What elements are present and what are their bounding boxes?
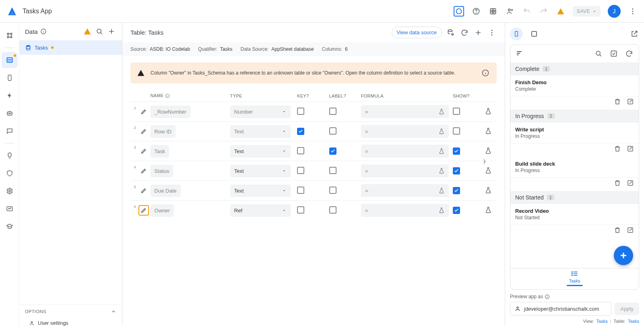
deploy-check-icon[interactable] <box>454 6 464 17</box>
table-link[interactable]: Tasks <box>628 319 639 324</box>
flask-icon[interactable] <box>485 206 497 215</box>
group-header[interactable]: In Progress2 <box>510 110 639 123</box>
formula-input[interactable]: = <box>361 145 449 158</box>
add-column-icon[interactable] <box>473 28 483 37</box>
checkbox[interactable] <box>453 187 460 194</box>
edit-icon[interactable] <box>627 98 634 106</box>
rail-settings-icon[interactable] <box>2 183 18 199</box>
undo-icon[interactable] <box>522 6 532 16</box>
checkbox[interactable] <box>329 167 336 174</box>
checkbox[interactable] <box>297 187 304 194</box>
rail-home-icon[interactable] <box>2 27 18 44</box>
flask-icon[interactable] <box>485 187 497 195</box>
edit-column-button[interactable] <box>138 106 149 117</box>
group-header[interactable]: Complete1 <box>510 62 639 75</box>
formula-input[interactable]: = <box>361 125 449 138</box>
list-item[interactable]: Finish DemoComplete <box>510 75 639 110</box>
grid-icon[interactable] <box>488 6 498 16</box>
warning-icon[interactable] <box>556 6 566 16</box>
search-icon[interactable] <box>95 27 104 36</box>
rail-intelligence-icon[interactable] <box>2 147 18 164</box>
data-settings-icon[interactable] <box>446 28 456 37</box>
refresh-icon[interactable] <box>624 49 634 58</box>
column-type-select[interactable]: Number <box>230 106 291 118</box>
formula-input[interactable]: = <box>361 164 449 177</box>
user-settings-item[interactable]: User settings <box>19 318 122 326</box>
rail-monitor-icon[interactable] <box>2 201 18 217</box>
device-tablet-icon[interactable] <box>528 27 541 40</box>
flask-icon[interactable] <box>485 108 497 116</box>
formula-input[interactable]: = <box>361 105 449 118</box>
rail-views-icon[interactable] <box>2 70 18 86</box>
select-icon[interactable] <box>609 49 619 58</box>
delete-icon[interactable] <box>614 226 621 235</box>
apply-button[interactable]: Apply <box>615 303 639 315</box>
info-icon[interactable] <box>545 294 550 299</box>
group-header[interactable]: Not Started1 <box>510 191 639 204</box>
edit-column-button[interactable] <box>138 185 149 196</box>
checkbox[interactable] <box>329 187 336 194</box>
rail-bot-icon[interactable] <box>2 105 18 121</box>
checkbox[interactable] <box>297 167 304 174</box>
edit-column-button[interactable] <box>138 146 149 156</box>
column-type-select[interactable]: Text <box>230 125 291 138</box>
options-toggle[interactable]: OPTIONS <box>19 304 122 318</box>
rail-security-icon[interactable] <box>2 165 18 181</box>
column-name-input[interactable]: Status <box>151 165 173 177</box>
more-vert-icon[interactable] <box>628 6 638 16</box>
rail-chat-icon[interactable] <box>2 123 18 139</box>
edit-column-button[interactable] <box>138 205 149 216</box>
save-button[interactable]: SAVE <box>573 6 601 17</box>
info-icon[interactable] <box>481 68 490 78</box>
column-type-select[interactable]: Text <box>230 185 291 197</box>
column-name-input[interactable]: Due Date <box>151 185 181 197</box>
edit-icon[interactable] <box>627 226 634 235</box>
checkbox[interactable] <box>297 147 304 154</box>
formula-input[interactable]: = <box>361 204 449 217</box>
checkbox[interactable] <box>329 127 336 135</box>
edit-icon[interactable] <box>627 145 634 154</box>
delete-icon[interactable] <box>614 179 621 188</box>
column-name-input[interactable]: Owner <box>151 204 174 217</box>
checkbox[interactable] <box>453 108 460 115</box>
flask-icon[interactable] <box>485 127 497 136</box>
rail-data-icon[interactable] <box>2 52 18 68</box>
checkbox[interactable] <box>453 207 460 214</box>
expand-handle-icon[interactable] <box>483 157 487 166</box>
checkbox[interactable] <box>453 147 460 155</box>
delete-icon[interactable] <box>614 98 621 106</box>
redo-icon[interactable] <box>539 6 549 16</box>
checkbox[interactable] <box>453 167 460 174</box>
list-item[interactable]: Build slide deckIn Progress <box>510 157 639 191</box>
column-name-input[interactable]: Task <box>151 145 169 158</box>
avatar[interactable]: J <box>608 5 621 18</box>
list-icon[interactable] <box>571 271 579 278</box>
list-item[interactable]: Record VideoNot Started <box>510 204 639 238</box>
edit-icon[interactable] <box>627 179 634 188</box>
checkbox[interactable] <box>297 108 304 115</box>
list-item[interactable]: Write scriptIn Progress <box>510 123 639 157</box>
checkbox[interactable] <box>329 108 336 115</box>
flask-icon[interactable] <box>485 147 497 156</box>
rail-learn-icon[interactable] <box>2 218 18 235</box>
fab-add-button[interactable] <box>614 246 633 265</box>
more-vert-icon[interactable] <box>487 28 497 37</box>
flask-icon[interactable] <box>485 167 497 175</box>
checkbox[interactable] <box>453 127 460 135</box>
checkbox[interactable] <box>297 206 304 214</box>
checkbox[interactable] <box>329 147 336 155</box>
refresh-icon[interactable] <box>460 28 469 37</box>
column-type-select[interactable]: Ref <box>230 204 291 217</box>
column-name-input[interactable]: Row ID <box>151 125 176 138</box>
view-data-source-button[interactable]: View data source <box>392 27 442 38</box>
column-name-input[interactable]: _RowNumber <box>151 106 190 118</box>
view-link[interactable]: Tasks <box>597 319 608 324</box>
checkbox[interactable] <box>329 206 336 214</box>
help-icon[interactable] <box>471 6 481 16</box>
device-phone-icon[interactable] <box>510 27 523 40</box>
warning-icon[interactable] <box>83 27 92 36</box>
edit-column-button[interactable] <box>138 126 149 137</box>
column-type-select[interactable]: Text <box>230 145 291 158</box>
info-icon[interactable] <box>40 28 47 35</box>
sort-icon[interactable] <box>515 50 523 58</box>
